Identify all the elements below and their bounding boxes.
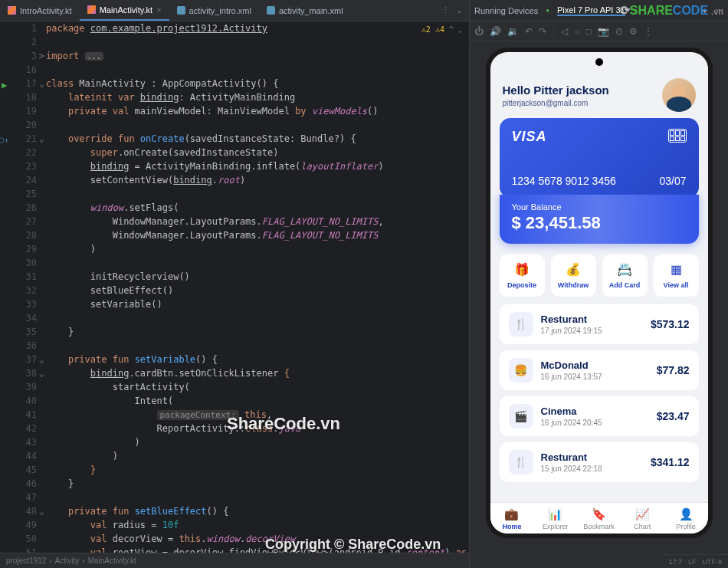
action-add-card[interactable]: 📇Add Card (602, 254, 648, 297)
transaction-row[interactable]: 🍴Resturant15 jun 2024 22:18$341.12 (500, 442, 699, 482)
chart-icon: 📈 (635, 507, 650, 521)
tx-icon: 🍴 (509, 312, 533, 337)
camera-notch (595, 58, 603, 66)
tab-running-devices[interactable]: Running Devices (474, 6, 538, 15)
card-expiry: 03/07 (659, 175, 686, 187)
deposite-icon: 🎁 (514, 262, 530, 277)
chevron-down-icon[interactable]: ⌄ (456, 5, 463, 15)
xml-icon (267, 6, 275, 15)
action-view-all[interactable]: ▦View all (654, 254, 699, 297)
device-screen[interactable]: Hello Pitter jackson pitterjackson@gmail… (490, 52, 708, 534)
more-tabs-icon[interactable]: ⋮ (441, 5, 450, 15)
nav-bookmark[interactable]: 🔖Bookmark (577, 507, 621, 530)
tab-pixel-device[interactable]: Pixel 7 Pro API 31 (557, 5, 625, 16)
volume-up-icon[interactable]: 🔊 (490, 26, 501, 37)
tab-activity-main-xml[interactable]: activity_main.xml (259, 0, 351, 21)
kotlin-icon (8, 6, 16, 15)
nav-explorer[interactable]: 📊Explorer (533, 507, 577, 530)
action-withdraw[interactable]: 💰Withdraw (551, 254, 596, 297)
back-icon[interactable]: ◁ (561, 26, 568, 37)
profile-icon: 👤 (679, 507, 694, 521)
view all-icon: ▦ (671, 262, 682, 277)
balance-panel: Your Balance $ 23,451.58 (500, 195, 699, 244)
emulator-toolbar: ⏻ 🔊 🔉 ↶ ↷ | ◁ ○ □ 📷 ⊙ ⚙ ⋮ (470, 21, 728, 41)
settings-icon[interactable]: ⚙ (629, 26, 638, 37)
status-bar: 17:7LFUTF-8 (662, 554, 728, 568)
rotate-left-icon[interactable]: ↶ (525, 26, 533, 37)
transaction-row[interactable]: 🎬Cinema16 jun 2024 20:45$23.47 (500, 396, 699, 436)
card-number: 1234 5678 9012 3456 (512, 175, 616, 187)
overview-icon[interactable]: □ (585, 26, 591, 37)
card-chip-icon (668, 129, 687, 143)
user-email: pitterjackson@gmail.com (503, 99, 662, 107)
nav-profile[interactable]: 👤Profile (664, 507, 708, 530)
bookmark-icon: 🔖 (592, 507, 606, 521)
breadcrumb[interactable]: project1912 › Activity › MainActivity.kt (0, 553, 469, 568)
more-icon[interactable]: ⋮ (644, 26, 653, 37)
kotlin-icon (87, 5, 96, 14)
tx-icon: 🍔 (509, 358, 533, 382)
tx-icon: 🍴 (509, 450, 533, 474)
home-icon[interactable]: ○ (574, 26, 579, 37)
device-status-icon: ● (546, 7, 549, 14)
sharecode-logo: ⟳SHARECODE.vn (620, 3, 723, 18)
tab-activity-intro-xml[interactable]: activity_intro.xml (169, 0, 259, 21)
balance-label: Your Balance (512, 202, 687, 212)
credit-card[interactable]: VISA 1234 5678 9012 3456 03/07 (500, 118, 699, 198)
tab-intro-activity[interactable]: IntroActivity.kt (0, 0, 80, 21)
home-icon: 💼 (504, 507, 519, 521)
tx-icon: 🎬 (509, 404, 533, 428)
balance-value: $ 23,451.58 (512, 213, 687, 233)
code-editor[interactable]: 12>316▶⌄17181920⬡↑⌄212223242526272829303… (0, 21, 469, 553)
editor-tabs: IntroActivity.kt MainActivity.kt× activi… (0, 0, 469, 21)
explorer-icon: 📊 (548, 507, 562, 521)
nav-home[interactable]: 💼Home (490, 507, 534, 530)
record-icon[interactable]: ⊙ (615, 26, 623, 37)
device-frame: Hello Pitter jackson pitterjackson@gmail… (486, 48, 713, 538)
transaction-row[interactable]: 🍴Resturant17 jun 2024 19:15$573.12 (500, 304, 699, 344)
card-brand: VISA (512, 129, 547, 145)
volume-down-icon[interactable]: 🔉 (507, 26, 519, 37)
close-icon[interactable]: × (156, 5, 161, 15)
action-deposite[interactable]: 🎁Deposite (500, 254, 545, 297)
greeting-text: Hello Pitter jackson (503, 84, 662, 97)
add card-icon: 📇 (617, 262, 632, 277)
withdraw-icon: 💰 (566, 262, 581, 277)
rotate-right-icon[interactable]: ↷ (539, 26, 546, 37)
xml-icon (177, 6, 185, 15)
nav-chart[interactable]: 📈Chart (621, 507, 664, 530)
avatar[interactable] (662, 78, 696, 112)
tab-main-activity[interactable]: MainActivity.kt× (80, 0, 169, 21)
transaction-row[interactable]: 🍔McDonald16 jun 2024 13:57$77.82 (500, 350, 699, 390)
power-icon[interactable]: ⏻ (474, 26, 484, 37)
screenshot-icon[interactable]: 📷 (598, 26, 609, 37)
emulator-viewport: Hello Pitter jackson pitterjackson@gmail… (470, 41, 728, 568)
